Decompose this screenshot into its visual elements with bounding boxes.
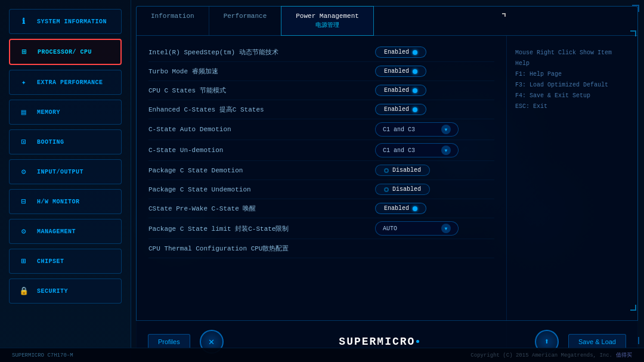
sidebar-label-booting: BOOTING [37,139,64,146]
setting-label-2: CPU C States 节能模式 [148,86,375,95]
tab-power-management[interactable]: Power Management 电源管理 [281,6,374,36]
control-disabled-7[interactable]: Disabled [375,184,494,195]
help-line-2: F1: Help Page [515,69,629,80]
help-panel: Mouse Right Click Show ItemHelpF1: Help … [506,36,637,355]
setting-row-3: Enhanced C-States 提高C States Enabled [148,100,494,119]
dropdown-value-5: C1 and C3 [383,147,415,154]
control-enabled-8[interactable]: Enabled [375,203,494,214]
settings-panel: Intel(R) SpeedStep(tm) 动态节能技术 Enabled Tu… [137,36,506,355]
tab-performance[interactable]: Performance [209,7,282,35]
tab-bar: Information Performance Power Management… [137,7,637,36]
brand-name: SUPERMICRO [339,336,415,348]
sidebar-icon-chipset: ⊞ [18,255,30,267]
setting-label-4: C-State Auto Demotion [148,126,375,133]
sidebar-item-hw-monitor[interactable]: ⊟ H/W MONITOR [9,189,122,214]
control-enabled-2[interactable]: Enabled [375,85,494,96]
disabled-dot-6 [384,168,389,173]
sidebar-item-input-output[interactable]: ⚙ INPUT/OUTPUT [9,159,122,184]
enabled-label-3: Enabled [384,106,409,113]
help-line-4: F4: Save & Exit Setup [515,91,629,101]
badge-enabled-0[interactable]: Enabled [375,47,426,58]
control-dropdown-4[interactable]: C1 and C3 ▼ [375,122,494,137]
setting-label-8: CState Pre-Wake C-State 唤醒 [148,204,375,213]
tab-label-power-management: Power Management [296,13,359,20]
disabled-label-7: Disabled [392,186,421,193]
sidebar-item-management[interactable]: ⚙ MANAGEMENT [9,219,122,244]
sidebar-item-processor-cpu[interactable]: ⊞ PROCESSOR/ CPU [9,39,122,65]
badge-enabled-2[interactable]: Enabled [375,85,426,96]
sidebar-icon-memory: ▤ [18,106,30,118]
enabled-dot-8 [413,206,417,211]
tab-information[interactable]: Information [137,7,209,35]
brand-center: SUPERMICRO [339,336,419,348]
help-line-1: Help [515,58,629,69]
sidebar-icon-processor-cpu: ⊞ [18,46,30,58]
sidebar-icon-hw-monitor: ⊟ [18,196,30,208]
setting-label-6: Package C State Demotion [148,167,375,174]
setting-label-9: Package C State limit 封装C-State限制 [148,224,375,233]
control-enabled-0[interactable]: Enabled [375,47,494,58]
sidebar-label-memory: MEMORY [37,109,60,116]
sidebar-icon-security: 🔒 [18,285,30,297]
setting-row-4: C-State Auto Demotion C1 and C3 ▼ [148,119,494,140]
copyright-text: Copyright (C) 2015 American Megatrends, … [470,352,612,358]
badge-disabled-7[interactable]: Disabled [375,184,430,195]
setting-label-1: Turbo Mode 睿频加速 [148,67,375,76]
sidebar-icon-extra-performance: ✦ [18,76,30,88]
setting-row-2: CPU C States 节能模式 Enabled [148,81,494,100]
setting-row-5: C-State Un-demotion C1 and C3 ▼ [148,140,494,161]
control-dropdown-9[interactable]: AUTO ▼ [375,221,494,236]
sidebar-label-processor-cpu: PROCESSOR/ CPU [38,49,92,55]
sidebar-item-booting[interactable]: ⊡ BOOTING [9,129,122,154]
main-panel: Information Performance Power Management… [136,6,638,356]
sidebar-label-extra-performance: EXTRA PERFORMANCE [37,79,103,86]
dropdown-9[interactable]: AUTO ▼ [375,221,459,236]
setting-row-6: Package C State Demotion Disabled [148,161,494,180]
control-disabled-6[interactable]: Disabled [375,165,494,176]
setting-row-0: Intel(R) SpeedStep(tm) 动态节能技术 Enabled [148,43,494,62]
setting-label-5: C-State Un-demotion [148,147,375,154]
tab-label-information: Information [151,13,194,20]
help-corner-br [630,305,636,311]
enabled-dot-1 [413,69,417,74]
sidebar-item-security[interactable]: 🔒 SECURITY [9,279,122,304]
enabled-label-8: Enabled [384,205,409,212]
setting-row-8: CState Pre-Wake C-State 唤醒 Enabled [148,199,494,218]
setting-row-1: Turbo Mode 睿频加速 Enabled [148,62,494,81]
sidebar-label-security: SECURITY [37,288,68,295]
dropdown-arrow-4: ▼ [441,125,451,134]
setting-label-0: Intel(R) SpeedStep(tm) 动态节能技术 [148,48,375,57]
sidebar-item-chipset[interactable]: ⊞ CHIPSET [9,249,122,274]
help-corner-tr [630,30,636,36]
badge-enabled-3[interactable]: Enabled [375,104,426,115]
sidebar-item-system-information[interactable]: ℹ SYSTEM INFORMATION [9,9,122,34]
dropdown-5[interactable]: C1 and C3 ▼ [375,143,459,157]
control-enabled-1[interactable]: Enabled [375,66,494,77]
enabled-label-2: Enabled [384,87,409,94]
setting-label-7: Package C State Undemotion [148,186,375,193]
setting-label-3: Enhanced C-States 提高C States [148,105,375,114]
control-enabled-3[interactable]: Enabled [375,104,494,115]
sidebar-label-system-information: SYSTEM INFORMATION [37,18,107,25]
sidebar-item-memory[interactable]: ▤ MEMORY [9,100,122,125]
control-dropdown-5[interactable]: C1 and C3 ▼ [375,143,494,157]
watermark: 值得买 [616,351,632,359]
sidebar-icon-system-information: ℹ [18,16,30,27]
save-load-button[interactable]: Save & Load [568,334,626,349]
sidebar-label-management: MANAGEMENT [37,228,76,235]
footer-copyright: Copyright (C) 2015 American Megatrends, … [470,351,632,359]
sidebar: ℹ SYSTEM INFORMATION ⊞ PROCESSOR/ CPU ✦ … [0,0,131,362]
sidebar-item-extra-performance[interactable]: ✦ EXTRA PERFORMANCE [9,70,122,95]
setting-row-10: CPU Thermal Configuration CPU散热配置 [148,239,494,258]
badge-disabled-6[interactable]: Disabled [375,165,430,176]
enabled-label-1: Enabled [384,68,409,75]
badge-enabled-8[interactable]: Enabled [375,203,426,214]
sidebar-icon-booting: ⊡ [18,136,30,148]
badge-enabled-1[interactable]: Enabled [375,66,426,77]
dropdown-4[interactable]: C1 and C3 ▼ [375,122,459,137]
profiles-button[interactable]: Profiles [148,334,190,349]
dropdown-value-4: C1 and C3 [383,126,415,133]
x-icon: ✕ [209,336,215,348]
disabled-dot-7 [384,187,389,192]
sidebar-label-hw-monitor: H/W MONITOR [37,199,80,205]
